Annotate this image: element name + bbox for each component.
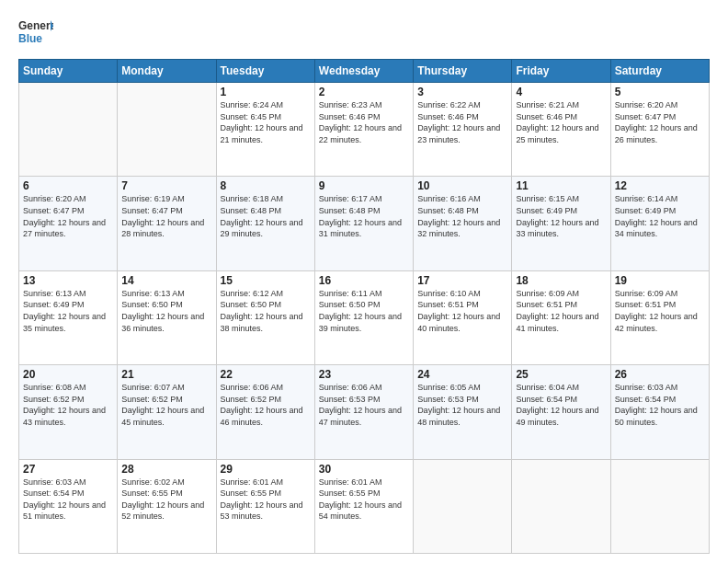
day-info: Sunrise: 6:07 AM Sunset: 6:52 PM Dayligh… (121, 382, 211, 428)
day-number: 18 (516, 274, 606, 287)
svg-text:General: General (18, 19, 53, 32)
day-number: 15 (221, 274, 311, 287)
day-number: 24 (417, 368, 507, 381)
calendar-cell: 18Sunrise: 6:09 AM Sunset: 6:51 PM Dayli… (512, 270, 610, 364)
calendar-cell: 30Sunrise: 6:01 AM Sunset: 6:55 PM Dayli… (314, 459, 413, 553)
day-number: 9 (319, 179, 409, 192)
calendar-cell: 6Sunrise: 6:20 AM Sunset: 6:47 PM Daylig… (19, 177, 118, 270)
calendar-cell: 1Sunrise: 6:24 AM Sunset: 6:45 PM Daylig… (216, 83, 314, 177)
day-number: 25 (516, 368, 606, 381)
header: General Blue (18, 17, 710, 50)
day-number: 12 (615, 179, 705, 192)
weekday-header-saturday: Saturday (610, 60, 709, 83)
day-number: 30 (319, 463, 409, 476)
calendar-cell: 24Sunrise: 6:05 AM Sunset: 6:53 PM Dayli… (414, 365, 512, 459)
calendar-cell: 12Sunrise: 6:14 AM Sunset: 6:49 PM Dayli… (610, 177, 709, 270)
day-info: Sunrise: 6:19 AM Sunset: 6:47 PM Dayligh… (121, 193, 211, 239)
day-number: 27 (23, 463, 113, 476)
day-number: 26 (615, 368, 705, 381)
weekday-header-thursday: Thursday (414, 60, 512, 83)
day-number: 16 (319, 274, 409, 287)
weekday-header-wednesday: Wednesday (314, 60, 413, 83)
day-info: Sunrise: 6:20 AM Sunset: 6:47 PM Dayligh… (23, 193, 113, 239)
day-info: Sunrise: 6:09 AM Sunset: 6:51 PM Dayligh… (615, 288, 705, 334)
calendar-cell: 4Sunrise: 6:21 AM Sunset: 6:46 PM Daylig… (512, 83, 610, 177)
day-number: 2 (319, 86, 409, 98)
day-number: 8 (221, 179, 311, 192)
calendar-cell: 13Sunrise: 6:13 AM Sunset: 6:49 PM Dayli… (19, 270, 118, 364)
calendar-cell: 28Sunrise: 6:02 AM Sunset: 6:55 PM Dayli… (118, 459, 216, 553)
weekday-header-row: SundayMondayTuesdayWednesdayThursdayFrid… (19, 60, 710, 83)
day-info: Sunrise: 6:09 AM Sunset: 6:51 PM Dayligh… (516, 288, 606, 334)
day-info: Sunrise: 6:11 AM Sunset: 6:50 PM Dayligh… (319, 288, 409, 334)
calendar-cell (19, 83, 118, 177)
day-info: Sunrise: 6:13 AM Sunset: 6:50 PM Dayligh… (121, 288, 211, 334)
day-info: Sunrise: 6:03 AM Sunset: 6:54 PM Dayligh… (615, 382, 705, 428)
calendar-cell (610, 459, 709, 553)
calendar-table: SundayMondayTuesdayWednesdayThursdayFrid… (18, 59, 710, 554)
week-row-3: 13Sunrise: 6:13 AM Sunset: 6:49 PM Dayli… (19, 270, 710, 364)
calendar-cell: 3Sunrise: 6:22 AM Sunset: 6:46 PM Daylig… (414, 83, 512, 177)
day-number: 17 (417, 274, 507, 287)
calendar-cell: 23Sunrise: 6:06 AM Sunset: 6:53 PM Dayli… (314, 365, 413, 459)
calendar-cell (118, 83, 216, 177)
day-number: 20 (23, 368, 113, 381)
day-info: Sunrise: 6:10 AM Sunset: 6:51 PM Dayligh… (417, 288, 507, 334)
day-number: 22 (221, 368, 311, 381)
calendar-cell: 10Sunrise: 6:16 AM Sunset: 6:48 PM Dayli… (414, 177, 512, 270)
week-row-5: 27Sunrise: 6:03 AM Sunset: 6:54 PM Dayli… (19, 459, 710, 553)
day-info: Sunrise: 6:01 AM Sunset: 6:55 PM Dayligh… (319, 477, 409, 523)
day-info: Sunrise: 6:15 AM Sunset: 6:49 PM Dayligh… (516, 193, 606, 239)
calendar-cell: 16Sunrise: 6:11 AM Sunset: 6:50 PM Dayli… (314, 270, 413, 364)
calendar-cell: 14Sunrise: 6:13 AM Sunset: 6:50 PM Dayli… (118, 270, 216, 364)
day-number: 10 (417, 179, 507, 192)
calendar-cell: 11Sunrise: 6:15 AM Sunset: 6:49 PM Dayli… (512, 177, 610, 270)
day-number: 6 (23, 179, 113, 192)
calendar-cell: 29Sunrise: 6:01 AM Sunset: 6:55 PM Dayli… (216, 459, 314, 553)
day-info: Sunrise: 6:23 AM Sunset: 6:46 PM Dayligh… (319, 99, 409, 145)
day-info: Sunrise: 6:12 AM Sunset: 6:50 PM Dayligh… (221, 288, 311, 334)
day-info: Sunrise: 6:14 AM Sunset: 6:49 PM Dayligh… (615, 193, 705, 239)
day-info: Sunrise: 6:01 AM Sunset: 6:55 PM Dayligh… (221, 477, 311, 523)
calendar-cell: 22Sunrise: 6:06 AM Sunset: 6:52 PM Dayli… (216, 365, 314, 459)
calendar-cell: 15Sunrise: 6:12 AM Sunset: 6:50 PM Dayli… (216, 270, 314, 364)
day-info: Sunrise: 6:24 AM Sunset: 6:45 PM Dayligh… (221, 99, 311, 145)
svg-text:Blue: Blue (18, 32, 42, 45)
day-number: 14 (121, 274, 211, 287)
day-number: 7 (121, 179, 211, 192)
day-number: 28 (121, 463, 211, 476)
weekday-header-sunday: Sunday (19, 60, 118, 83)
day-info: Sunrise: 6:04 AM Sunset: 6:54 PM Dayligh… (516, 382, 606, 428)
calendar-cell: 2Sunrise: 6:23 AM Sunset: 6:46 PM Daylig… (314, 83, 413, 177)
calendar-cell: 26Sunrise: 6:03 AM Sunset: 6:54 PM Dayli… (610, 365, 709, 459)
calendar-cell: 25Sunrise: 6:04 AM Sunset: 6:54 PM Dayli… (512, 365, 610, 459)
calendar-cell: 20Sunrise: 6:08 AM Sunset: 6:52 PM Dayli… (19, 365, 118, 459)
day-number: 19 (615, 274, 705, 287)
calendar-cell: 21Sunrise: 6:07 AM Sunset: 6:52 PM Dayli… (118, 365, 216, 459)
calendar-cell: 5Sunrise: 6:20 AM Sunset: 6:47 PM Daylig… (610, 83, 709, 177)
week-row-2: 6Sunrise: 6:20 AM Sunset: 6:47 PM Daylig… (19, 177, 710, 270)
weekday-header-tuesday: Tuesday (216, 60, 314, 83)
day-info: Sunrise: 6:22 AM Sunset: 6:46 PM Dayligh… (417, 99, 507, 145)
day-number: 1 (221, 86, 311, 98)
logo-svg: General Blue (18, 17, 53, 50)
day-number: 11 (516, 179, 606, 192)
day-info: Sunrise: 6:21 AM Sunset: 6:46 PM Dayligh… (516, 99, 606, 145)
day-number: 13 (23, 274, 113, 287)
calendar-cell (512, 459, 610, 553)
weekday-header-friday: Friday (512, 60, 610, 83)
day-number: 3 (417, 86, 507, 98)
calendar-cell: 19Sunrise: 6:09 AM Sunset: 6:51 PM Dayli… (610, 270, 709, 364)
week-row-1: 1Sunrise: 6:24 AM Sunset: 6:45 PM Daylig… (19, 83, 710, 177)
day-info: Sunrise: 6:16 AM Sunset: 6:48 PM Dayligh… (417, 193, 507, 239)
day-number: 21 (121, 368, 211, 381)
day-number: 23 (319, 368, 409, 381)
day-info: Sunrise: 6:17 AM Sunset: 6:48 PM Dayligh… (319, 193, 409, 239)
day-info: Sunrise: 6:06 AM Sunset: 6:52 PM Dayligh… (221, 382, 311, 428)
day-info: Sunrise: 6:20 AM Sunset: 6:47 PM Dayligh… (615, 99, 705, 145)
calendar-cell: 7Sunrise: 6:19 AM Sunset: 6:47 PM Daylig… (118, 177, 216, 270)
day-number: 29 (221, 463, 311, 476)
day-info: Sunrise: 6:03 AM Sunset: 6:54 PM Dayligh… (23, 477, 113, 523)
calendar-cell (414, 459, 512, 553)
weekday-header-monday: Monday (118, 60, 216, 83)
